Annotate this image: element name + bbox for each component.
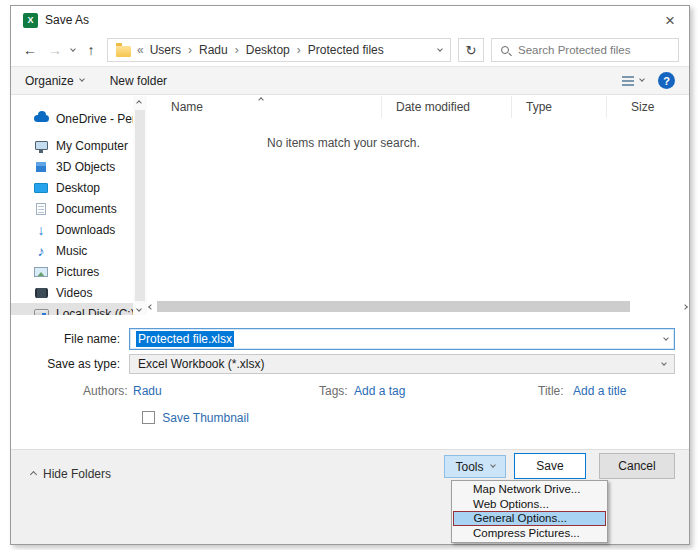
save-as-type-label: Save as type: bbox=[11, 357, 129, 371]
help-button[interactable]: ? bbox=[658, 72, 675, 89]
save-thumbnail-checkbox[interactable] bbox=[142, 411, 155, 424]
sidebar-item-label: OneDrive - Person bbox=[56, 112, 133, 126]
chevron-up-icon bbox=[30, 470, 37, 477]
breadcrumb-item-radu[interactable]: Radu bbox=[199, 43, 228, 57]
sidebar-item-documents[interactable]: Documents bbox=[11, 198, 133, 219]
menu-item-map-network-drive[interactable]: Map Network Drive... bbox=[452, 482, 607, 497]
chevron-down-icon[interactable] bbox=[661, 360, 667, 366]
column-header-type[interactable]: Type bbox=[512, 96, 607, 118]
new-folder-label: New folder bbox=[110, 74, 167, 88]
onedrive-cloud-icon bbox=[33, 115, 49, 122]
scrollbar-thumb[interactable] bbox=[157, 301, 630, 312]
file-name-label: File name: bbox=[11, 332, 129, 346]
save-as-type-row: Save as type: Excel Workbook (*.xlsx) bbox=[11, 354, 689, 374]
sidebar-item-pictures[interactable]: Pictures bbox=[11, 261, 133, 282]
hide-folders-button[interactable]: Hide Folders bbox=[31, 467, 111, 481]
sidebar-item-3d-objects[interactable]: 3D Objects bbox=[11, 156, 133, 177]
question-mark-icon: ? bbox=[663, 75, 670, 87]
refresh-button[interactable]: ↻ bbox=[458, 38, 484, 62]
scrollbar-thumb[interactable] bbox=[135, 110, 145, 301]
menu-item-web-options[interactable]: Web Options... bbox=[452, 497, 607, 512]
column-header-name[interactable]: Name bbox=[147, 96, 382, 118]
menu-item-general-options[interactable]: General Options... bbox=[453, 511, 606, 526]
sidebar-scrollbar[interactable] bbox=[133, 96, 147, 315]
scroll-left-icon[interactable] bbox=[148, 304, 154, 310]
sidebar-item-my-computer[interactable]: My Computer bbox=[11, 135, 133, 156]
address-dropdown-chevron-icon[interactable] bbox=[437, 46, 443, 52]
tools-button[interactable]: Tools bbox=[444, 455, 506, 478]
add-tag-link[interactable]: Add a tag bbox=[354, 384, 405, 398]
authors-value[interactable]: Radu bbox=[133, 384, 162, 398]
back-button[interactable]: ← bbox=[21, 42, 39, 58]
file-name-row: File name: Protected file.xlsx bbox=[11, 328, 689, 350]
tools-label: Tools bbox=[455, 460, 483, 474]
column-label: Name bbox=[171, 100, 203, 114]
up-button[interactable]: ↑ bbox=[82, 42, 100, 58]
sidebar-item-local-disk-c[interactable]: Local Disk (C:) bbox=[11, 303, 133, 315]
save-as-type-select[interactable]: Excel Workbook (*.xlsx) bbox=[129, 354, 675, 374]
window-title: Save As bbox=[45, 13, 89, 27]
horizontal-scrollbar[interactable] bbox=[149, 300, 687, 313]
breadcrumb-overflow-icon[interactable]: « bbox=[137, 43, 144, 57]
forward-button[interactable]: → bbox=[46, 42, 64, 58]
file-name-input[interactable]: Protected file.xlsx bbox=[129, 328, 675, 350]
picture-icon bbox=[33, 267, 49, 277]
sidebar-item-videos[interactable]: Videos bbox=[11, 282, 133, 303]
add-title-link[interactable]: Add a title bbox=[573, 384, 626, 398]
column-header-date-modified[interactable]: Date modified bbox=[382, 96, 512, 118]
cube-icon bbox=[33, 162, 49, 172]
disk-icon bbox=[33, 309, 49, 315]
breadcrumb-item-protected-files[interactable]: Protected files bbox=[308, 43, 384, 57]
search-input[interactable] bbox=[516, 43, 669, 57]
close-icon[interactable]: × bbox=[663, 12, 677, 29]
title-bar: X Save As × bbox=[11, 6, 689, 34]
sidebar-item-label: Videos bbox=[56, 286, 92, 300]
organize-button[interactable]: Organize bbox=[25, 74, 84, 88]
column-label: Type bbox=[526, 100, 552, 114]
save-as-dialog: X Save As × ← → ↑ « Users › Radu › Deskt… bbox=[10, 5, 690, 545]
breadcrumb-item-desktop[interactable]: Desktop bbox=[246, 43, 290, 57]
sidebar-item-label: Desktop bbox=[56, 181, 100, 195]
save-thumbnail-label[interactable]: Save Thumbnail bbox=[162, 411, 249, 425]
menu-item-compress-pictures[interactable]: Compress Pictures... bbox=[452, 526, 607, 541]
video-icon bbox=[33, 288, 49, 298]
cancel-button[interactable]: Cancel bbox=[599, 453, 675, 479]
download-arrow-icon: ↓ bbox=[33, 224, 49, 236]
chevron-right-icon: › bbox=[187, 43, 193, 57]
title-label: Title: bbox=[538, 384, 564, 398]
tools-menu: Map Network Drive... Web Options... Gene… bbox=[451, 480, 608, 543]
scroll-down-icon[interactable] bbox=[136, 306, 142, 312]
sidebar-item-onedrive[interactable]: OneDrive - Person bbox=[11, 108, 133, 129]
chevron-down-icon bbox=[79, 76, 85, 82]
command-toolbar: Organize New folder ? bbox=[11, 66, 689, 95]
authors-label: Authors: bbox=[83, 384, 128, 398]
chevron-down-icon[interactable] bbox=[663, 335, 669, 341]
sidebar-item-label: Downloads bbox=[56, 223, 115, 237]
search-box[interactable] bbox=[491, 38, 679, 62]
breadcrumb[interactable]: « Users › Radu › Desktop › Protected fil… bbox=[107, 38, 451, 62]
breadcrumb-item-users[interactable]: Users bbox=[150, 43, 181, 57]
scroll-right-icon[interactable] bbox=[682, 304, 688, 310]
sidebar-item-label: Music bbox=[56, 244, 87, 258]
sidebar-item-desktop[interactable]: Desktop bbox=[11, 177, 133, 198]
change-view-button[interactable] bbox=[622, 76, 644, 86]
excel-app-icon: X bbox=[23, 13, 38, 28]
sidebar-item-label: Documents bbox=[56, 202, 117, 216]
hide-folders-label: Hide Folders bbox=[43, 467, 111, 481]
recent-locations-chevron-icon[interactable] bbox=[70, 46, 76, 52]
chevron-right-icon: › bbox=[234, 43, 240, 57]
main-area: OneDrive - Person My Computer 3D Objects… bbox=[11, 96, 689, 315]
refresh-icon: ↻ bbox=[466, 43, 477, 58]
column-header-size[interactable]: Size bbox=[607, 96, 689, 118]
folder-icon bbox=[116, 46, 131, 57]
sort-ascending-icon bbox=[258, 97, 264, 103]
sidebar-item-music[interactable]: ♪ Music bbox=[11, 240, 133, 261]
column-label: Size bbox=[631, 100, 654, 114]
sidebar-item-downloads[interactable]: ↓ Downloads bbox=[11, 219, 133, 240]
desktop-icon bbox=[33, 183, 49, 193]
save-button[interactable]: Save bbox=[514, 453, 586, 479]
scroll-up-icon[interactable] bbox=[136, 100, 142, 106]
list-view-icon bbox=[622, 76, 634, 78]
new-folder-button[interactable]: New folder bbox=[110, 74, 167, 88]
chevron-down-icon bbox=[639, 76, 645, 82]
